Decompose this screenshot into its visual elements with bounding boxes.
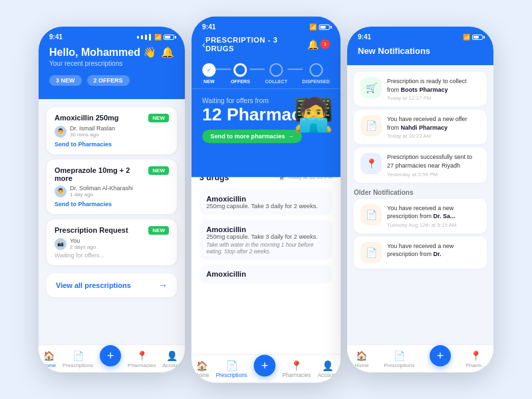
nav-account-2[interactable]: 👤 Account [318,360,337,379]
phone2-header: 9:41 📶 ‹ PRESCRIPTION - 3 DRUGS 🔔 3 ✓ NE… [192,17,340,89]
view-all-btn[interactable]: View all prescriptions → [47,273,177,297]
badge-new-2: NEW [148,166,169,175]
step-offers: OFFERS [231,63,250,84]
phone2-banner: Waiting for offers from 12 Pharmacies Se… [192,89,340,177]
step-label-dispensed: DISPENSED [303,78,330,83]
older-title: Older Notifications [354,189,487,196]
avatar-3: 📷 [55,238,66,250]
rx-doctor-1: 👨 Dr. Ismail Raslan 30 mins ago [55,125,169,138]
nav-home-label-1: Home [42,362,56,368]
phone1-body: Amoxicillin 250mg NEW 👨 Dr. Ismail Rasla… [39,99,185,344]
greeting-sub: Your recent prescriptions [49,60,156,67]
step-circle-collect [269,63,283,76]
step-conn-1 [216,68,231,70]
nav-pharmacies-label-3: Pharm... [466,362,485,368]
nav-request-2[interactable]: + [254,360,276,379]
bell-icon[interactable]: 🔔 [161,46,174,59]
nav-home-1[interactable]: 🏠 Home [42,350,56,368]
nav-home-3[interactable]: 🏠 Home [354,350,368,368]
tag-new: 3 NEW [49,75,82,86]
arrow-right-icon: → [158,280,168,291]
send-more-label: Send to more pharmacies [210,133,285,140]
drug-note-2: Take with water in the morning 1 hour be… [206,242,326,254]
pharmacies-icon-2: 📍 [291,360,302,371]
plus-icon-3[interactable]: + [430,345,451,366]
nav-account-1[interactable]: 👤 Account [162,350,182,368]
status-bar-1: 9:41 📶 [49,33,174,41]
notif-text-3: Prescription successfully sent to 27 pha… [387,153,480,170]
step-conn-3 [287,68,302,70]
step-label-collect: COLLECT [265,78,287,83]
notif-icon-1: 🛒 [360,77,382,98]
send-link-1[interactable]: Send to Pharmacies [55,141,169,148]
avatar-2: 👨 [55,186,66,198]
notif-content-4: You have received a new prescription fro… [387,204,480,228]
avatar-1: 👨 [55,126,66,138]
status-icons-2: 📶 [309,23,330,30]
drug-name-3: Amoxicillin [206,270,326,278]
notif-card-2: 📄 You have received a new offer from Nah… [354,110,487,144]
home-icon-1: 🏠 [43,350,55,361]
bell-icon-2[interactable]: 🔔 [307,39,319,49]
drug-card-1: Amoxicillin 250mg capsule. Take 3 daily … [200,189,332,215]
plus-icon-2[interactable]: + [254,355,276,377]
tags-row: 3 NEW 2 OFFERS [49,75,156,86]
time-1: 9:41 [49,33,63,41]
drug-card-2: Amoxicillin 250mg capsule. Take 3 daily … [200,219,332,259]
notif-time-2: Today at 10:23 AM [387,133,480,139]
nav-prescriptions-2[interactable]: 📄 Prescriptions [216,360,247,379]
waiting-text-3: Waiting for offers... [55,252,169,259]
nav-prescriptions-1[interactable]: 📄 Prescriptions [63,350,93,368]
account-icon-1: 👤 [166,350,178,361]
signal1 [137,36,139,39]
nav-request-3[interactable]: + [430,350,451,368]
nav-pharmacies-3[interactable]: 📍 Pharm... [466,350,485,368]
nav-pharmacies-label-2: Pharmacies [283,372,311,378]
drug-dose-2: 250mg capsule. Take 3 daily for 2 weeks. [206,233,326,240]
wifi-icon: 📶 [154,34,162,41]
phone1: 9:41 📶 Hello, Mohammed 👋 Your recent pre… [39,27,185,372]
nav-request-1[interactable]: + [100,350,121,368]
notif-card-3: 📍 Prescription successfully sent to 27 p… [354,148,487,182]
nav-home-2[interactable]: 🏠 Home [195,360,209,379]
send-more-arrow: → [288,133,294,140]
prescriptions-icon-2: 📄 [226,360,237,371]
pharmacies-icon-1: 📍 [136,350,148,361]
nav-prescriptions-label-3: Prescriptions [384,362,414,368]
send-more-btn[interactable]: Send to more pharmacies → [202,130,302,143]
rx-card-2-header: Omeprazole 10mg + 2 more NEW [55,166,169,182]
badge-new-3: NEW [148,226,169,235]
nav-prescriptions-3[interactable]: 📄 Prescriptions [384,350,414,368]
rx-time-3: 2 days ago [70,244,96,250]
battery-icon-1 [164,35,174,40]
status-bar-2: 9:41 📶 [202,23,330,31]
time-2: 9:41 [202,23,215,31]
nav-prescriptions-label-1: Prescriptions [63,362,93,368]
bottom-nav-1: 🏠 Home 📄 Prescriptions + 📍 Pharmacies 👤 … [39,344,185,372]
drug-dose-1: 250mg capsule. Take 3 daily for 2 weeks. [206,203,326,209]
phone1-header: 9:41 📶 Hello, Mohammed 👋 Your recent pre… [39,27,185,99]
p2-title-row: ‹ PRESCRIPTION - 3 DRUGS 🔔 3 [202,36,330,52]
rx-doctor-3: 📷 You 2 days ago [55,237,169,250]
notif-content-1: Prescription is ready to collect from Bo… [387,77,480,101]
nav-pharmacies-1[interactable]: 📍 Pharmacies [128,350,156,368]
status-icons-3: 📶 [463,34,483,41]
signal2 [141,35,143,39]
plus-icon-1[interactable]: + [100,345,121,366]
send-link-2[interactable]: Send to Pharmacies [55,201,169,207]
nav-pharmacies-2[interactable]: 📍 Pharmacies [283,360,311,379]
step-label-new: NEW [203,78,215,83]
rx-doc-name-1: Dr. Ismail Raslan [70,125,115,132]
badge-new-1: NEW [148,114,169,122]
notif-text-4: You have received a new prescription fro… [387,204,480,221]
rx-card-1: Amoxicillin 250mg NEW 👨 Dr. Ismail Rasla… [47,107,177,154]
notif-card-4: 📄 You have received a new prescription f… [354,199,487,233]
step-circle-offers [233,63,247,76]
notif-icon-5: 📄 [360,242,382,263]
notif-icon-3: 📍 [360,153,382,174]
notif-time-4: Tuesday Aug 12th at 9:15 AM [387,222,480,228]
nav-account-label-1: Account [162,362,182,368]
phone3-body: 🛒 Prescription is ready to collect from … [347,65,493,344]
notif-card-1: 🛒 Prescription is ready to collect from … [354,72,487,106]
wifi-icon-2: 📶 [309,23,317,30]
